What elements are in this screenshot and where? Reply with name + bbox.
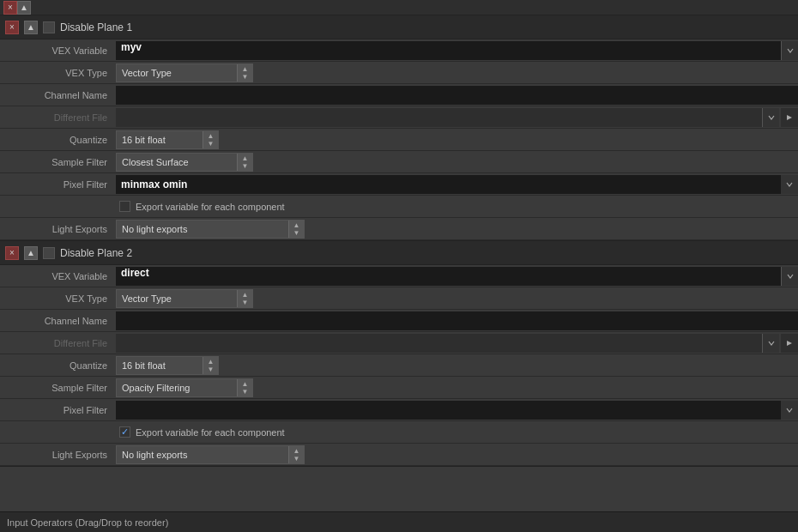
plane-2-pixel-filter-container[interactable] [116, 401, 798, 420]
plane-1-light-exports-select[interactable]: No light exports ▲ ▼ [116, 220, 305, 239]
plane-2-different-file-label: Different File [0, 338, 116, 348]
plane-1-close-btn[interactable]: × [5, 21, 19, 34]
plane-2-vex-variable-row: VEX Variable direct [0, 265, 798, 287]
plane-2-close-btn[interactable]: × [5, 246, 19, 260]
plane-1-quantize-select[interactable]: 16 bit float ▲ ▼ [116, 130, 219, 149]
plane-1-light-exports-row: Light Exports No light exports ▲ ▼ [0, 218, 798, 240]
main-container: × ▲ × ▲ Disable Plane 1 VEX Variable myv [0, 0, 798, 532]
plane-2-vex-type-arrows[interactable]: ▲ ▼ [237, 290, 252, 307]
plane-1-quantize-row: Quantize 16 bit float ▲ ▼ [0, 129, 798, 151]
plane-1-sample-filter-value: Closest Surface ▲ ▼ [116, 153, 798, 172]
plane-2-vex-type-text: Vector Type [117, 293, 237, 304]
plane-1-vex-variable-input[interactable]: myv [116, 41, 798, 60]
plane-1-light-exports-text: No light exports [117, 224, 288, 234]
plane-1-channel-name-row: Channel Name [0, 84, 798, 106]
plane-2-quantize-row: Quantize 16 bit float ▲ ▼ [0, 354, 798, 377]
plane-2-channel-name-field[interactable] [116, 311, 798, 330]
plane-1-channel-name-field[interactable] [116, 86, 798, 105]
plane-1-different-file-row: Different File [0, 106, 798, 129]
plane-2-vex-variable-container: direct [116, 267, 798, 286]
plane-1-vex-type-label: VEX Type [0, 68, 116, 78]
bottom-bar-text: Input Operators (Drag/Drop to reorder) [7, 517, 168, 528]
plane-2-different-file-arrows[interactable] [762, 334, 779, 353]
plane-1-vex-type-text: Vector Type [117, 68, 237, 78]
plane-2-export-component-value: ✓ Export variable for each component [116, 426, 798, 438]
plane-1-up-btn[interactable]: ▲ [24, 21, 38, 34]
plane-1-quantize-arrows[interactable]: ▲ ▼ [203, 131, 218, 148]
plane-1-vex-type-arrows[interactable]: ▲ ▼ [237, 64, 252, 82]
plane-1-vex-variable-container: myv [116, 41, 798, 60]
plane-1-export-component-value: Export variable for each component [116, 201, 798, 212]
plane-1-quantize-value: 16 bit float ▲ ▼ [116, 130, 798, 149]
plane-2-different-file-container [116, 334, 798, 353]
plane-2-sample-filter-text: Opacity Filtering [117, 383, 237, 393]
plane-2-checkbox[interactable] [43, 247, 55, 259]
plane-1-different-file-input[interactable] [116, 108, 762, 127]
plane-2-sample-filter-select[interactable]: Opacity Filtering ▲ ▼ [116, 378, 253, 397]
plane-2-light-exports-select[interactable]: No light exports ▲ ▼ [116, 445, 305, 464]
plane-2-vex-variable-dropdown[interactable] [781, 267, 798, 286]
plane-2-different-file-icon[interactable] [781, 334, 798, 353]
close-btn[interactable]: × [3, 1, 17, 15]
plane-2-header: × ▲ Disable Plane 2 [0, 241, 798, 265]
plane-2-different-file-value [116, 334, 798, 353]
plane-2-vex-type-row: VEX Type Vector Type ▲ ▼ [0, 287, 798, 310]
plane-1-different-file-arrows[interactable] [762, 108, 779, 127]
up-btn[interactable]: ▲ [17, 1, 31, 15]
plane-2-vex-variable-label: VEX Variable [0, 271, 116, 281]
plane-1-different-file-icon[interactable] [781, 108, 798, 127]
plane-1-export-component-checkbox[interactable] [119, 201, 130, 212]
plane-2-light-exports-value: No light exports ▲ ▼ [116, 445, 798, 464]
content-area: × ▲ Disable Plane 1 VEX Variable myv [0, 15, 798, 511]
plane-1-pixel-filter-value: minmax omin [116, 175, 798, 194]
plane-2-light-exports-arrows[interactable]: ▲ ▼ [288, 446, 304, 463]
plane-1-sample-filter-label: Sample Filter [0, 157, 116, 167]
plane-2-vex-variable-value: direct [116, 267, 798, 286]
plane-1-pixel-filter-container[interactable]: minmax omin [116, 175, 798, 194]
plane-2-different-file-row: Different File [0, 332, 798, 354]
plane-2-section: × ▲ Disable Plane 2 VEX Variable direct [0, 241, 798, 467]
plane-1-vex-variable-dropdown[interactable] [781, 41, 798, 60]
plane-2-quantize-arrows[interactable]: ▲ ▼ [203, 357, 218, 374]
plane-1-title: Disable Plane 1 [60, 21, 132, 33]
plane-2-light-exports-text: No light exports [117, 450, 288, 460]
plane-2-different-file-input[interactable] [116, 334, 762, 353]
plane-2-quantize-label: Quantize [0, 360, 116, 371]
plane-1-vex-type-row: VEX Type Vector Type ▲ ▼ [0, 62, 798, 84]
plane-2-vex-variable-input[interactable]: direct [116, 267, 798, 286]
plane-2-sample-filter-label: Sample Filter [0, 383, 116, 393]
plane-1-vex-type-select[interactable]: Vector Type ▲ ▼ [116, 63, 253, 82]
plane-1-export-component-checkbox-row: Export variable for each component [116, 201, 285, 212]
plane-1-sample-filter-row: Sample Filter Closest Surface ▲ ▼ [0, 151, 798, 173]
bottom-bar: Input Operators (Drag/Drop to reorder) [0, 511, 798, 532]
plane-2-sample-filter-row: Sample Filter Opacity Filtering ▲ ▼ [0, 377, 798, 399]
plane-1-pixel-filter-dropdown[interactable] [781, 175, 798, 194]
plane-2-pixel-filter-label: Pixel Filter [0, 405, 116, 415]
plane-1-quantize-text: 16 bit float [117, 135, 203, 145]
plane-1-vex-variable-label: VEX Variable [0, 45, 116, 56]
plane-1-different-file-value [116, 108, 798, 127]
top-bar: × ▲ [0, 0, 798, 15]
plane-1-checkbox[interactable] [43, 21, 55, 33]
plane-1-export-component-label: Export variable for each component [136, 202, 285, 212]
plane-1-vex-variable-row: VEX Variable myv [0, 39, 798, 62]
plane-2-export-component-checkbox[interactable]: ✓ [119, 426, 130, 438]
plane-1-sample-filter-select[interactable]: Closest Surface ▲ ▼ [116, 153, 253, 172]
plane-2-light-exports-row: Light Exports No light exports ▲ ▼ [0, 444, 798, 466]
plane-2-pixel-filter-row: Pixel Filter [0, 399, 798, 421]
plane-1-different-file-container [116, 108, 798, 127]
plane-1-header: × ▲ Disable Plane 1 [0, 15, 798, 39]
plane-1-channel-name-label: Channel Name [0, 90, 116, 100]
plane-2-sample-filter-value: Opacity Filtering ▲ ▼ [116, 378, 798, 397]
plane-1-export-component-row: Export variable for each component [0, 196, 798, 218]
plane-2-sample-filter-arrows[interactable]: ▲ ▼ [237, 379, 252, 396]
plane-1-pixel-filter-row: Pixel Filter minmax omin [0, 173, 798, 196]
plane-1-light-exports-arrows[interactable]: ▲ ▼ [288, 221, 304, 238]
plane-2-pixel-filter-dropdown[interactable] [781, 401, 798, 420]
plane-2-light-exports-label: Light Exports [0, 450, 116, 460]
plane-1-sample-filter-arrows[interactable]: ▲ ▼ [237, 154, 252, 171]
plane-2-quantize-select[interactable]: 16 bit float ▲ ▼ [116, 356, 219, 375]
plane-2-channel-name-label: Channel Name [0, 316, 116, 326]
plane-2-vex-type-select[interactable]: Vector Type ▲ ▼ [116, 289, 253, 308]
plane-2-up-btn[interactable]: ▲ [24, 246, 38, 260]
